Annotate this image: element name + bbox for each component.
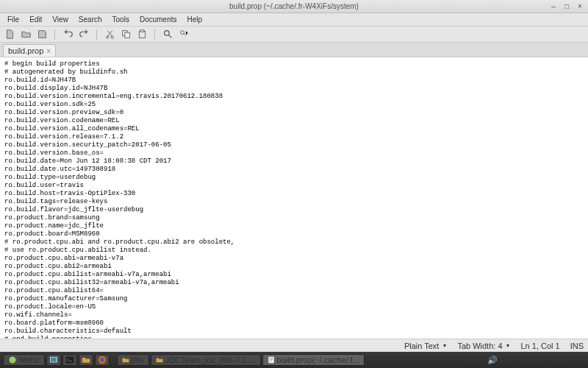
separator — [154, 29, 155, 40]
close-button[interactable]: × — [575, 1, 585, 10]
toolbar — [0, 26, 588, 43]
firefox-icon[interactable] — [95, 354, 110, 366]
tray-clock[interactable]: Mon Jun 12, 11:17 PM — [503, 355, 585, 364]
folder-icon — [122, 356, 129, 364]
taskbar-app-filemanager[interactable]: JDCTeam_jdc_jflte-7.1.... — [151, 354, 261, 366]
tab-bar: build.prop × — [0, 43, 588, 57]
svg-rect-13 — [268, 357, 274, 364]
new-file-icon[interactable] — [3, 28, 16, 41]
svg-rect-9 — [50, 357, 57, 362]
find-replace-icon[interactable] — [177, 28, 190, 41]
separator — [96, 29, 97, 40]
svg-rect-4 — [139, 31, 145, 38]
desktop-taskbar: Menu jflte JDCTeam_jdc_jflte-7.1.... bui… — [0, 352, 588, 368]
tray-volume-icon[interactable]: 🔊 — [487, 355, 498, 365]
tray-network-icon[interactable]: ⇅ — [475, 355, 481, 365]
tab-buildprop[interactable]: build.prop × — [3, 44, 56, 57]
svg-rect-5 — [140, 30, 144, 32]
svg-point-8 — [10, 357, 16, 364]
cut-icon[interactable] — [103, 28, 116, 41]
folder-icon — [156, 356, 163, 364]
files-icon[interactable] — [79, 354, 93, 366]
redo-icon[interactable] — [77, 28, 90, 41]
window-titlebar: build.prop (~/.cache/.fr-W4XiFs/system) … — [0, 0, 588, 13]
tab-label: build.prop — [8, 46, 43, 55]
find-icon[interactable] — [161, 28, 174, 41]
status-insertmode[interactable]: INS — [570, 342, 584, 350]
dropdown-icon: ▼ — [506, 343, 511, 348]
svg-point-12 — [100, 358, 104, 362]
svg-rect-3 — [124, 32, 129, 38]
terminal-icon[interactable] — [62, 354, 77, 366]
status-tabwidth[interactable]: Tab Width: 4 ▼ — [457, 342, 510, 350]
separator — [54, 29, 55, 40]
status-position: Ln 1, Col 1 — [520, 342, 559, 350]
menu-help[interactable]: Help — [182, 15, 207, 24]
show-desktop-icon[interactable] — [46, 354, 61, 366]
save-file-icon[interactable] — [35, 28, 49, 41]
menu-view[interactable]: View — [48, 15, 73, 24]
text-editor-icon — [268, 356, 275, 364]
window-title: build.prop (~/.cache/.fr-W4XiFs/system) — [229, 2, 359, 10]
dropdown-icon: ▼ — [442, 343, 447, 348]
undo-icon[interactable] — [61, 28, 74, 41]
menu-documents[interactable]: Documents — [135, 15, 182, 24]
menu-icon — [8, 355, 17, 364]
taskbar-app-editor[interactable]: build.prop(~/.cache/.f... — [262, 354, 365, 366]
menu-file[interactable]: File — [3, 15, 24, 24]
paste-icon[interactable] — [135, 28, 148, 41]
menu-edit[interactable]: Edit — [25, 15, 46, 24]
text-editor[interactable]: # begin build properties # autogenerated… — [0, 57, 588, 339]
open-file-icon[interactable] — [19, 28, 32, 41]
tray-updates-icon[interactable]: ⟳ — [462, 355, 469, 365]
minimize-button[interactable]: – — [548, 1, 559, 10]
status-bar: Plain Text ▼ Tab Width: 4 ▼ Ln 1, Col 1 … — [0, 339, 588, 352]
maximize-button[interactable]: □ — [562, 1, 572, 10]
copy-icon[interactable] — [119, 28, 132, 41]
taskbar-folder-button[interactable]: jflte — [117, 354, 149, 366]
svg-point-6 — [164, 31, 169, 36]
menu-tools[interactable]: Tools — [108, 15, 134, 24]
tab-close-icon[interactable]: × — [46, 47, 51, 55]
menu-search[interactable]: Search — [74, 15, 107, 24]
status-language[interactable]: Plain Text ▼ — [404, 342, 447, 350]
start-menu-button[interactable]: Menu — [3, 354, 45, 366]
menu-bar: File Edit View Search Tools Documents He… — [0, 13, 588, 26]
